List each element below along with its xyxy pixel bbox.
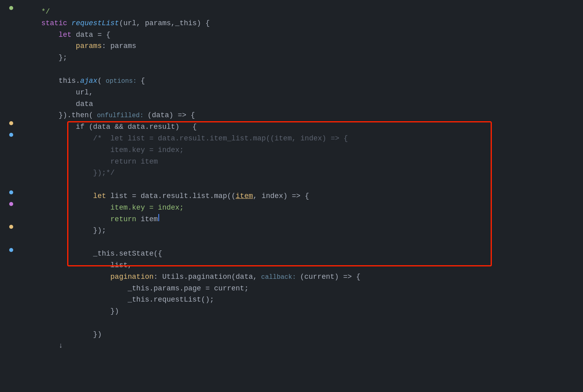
code-token: onfulfilled: bbox=[93, 111, 148, 121]
code-line: return item bbox=[0, 156, 583, 168]
gutter-indicator bbox=[0, 190, 22, 194]
breakpoint-dot bbox=[9, 248, 13, 252]
code-token-item: item bbox=[236, 190, 253, 202]
code-token: url, bbox=[24, 87, 93, 98]
code-line: }); bbox=[0, 225, 583, 236]
code-token: /* let list = data.result.item_list.map(… bbox=[24, 133, 348, 144]
code-line: item.key = index; bbox=[0, 144, 583, 156]
code-token: setState({ bbox=[119, 248, 162, 260]
gutter-indicator bbox=[0, 225, 22, 229]
gutter-indicator bbox=[0, 248, 22, 252]
code-token: let bbox=[24, 190, 106, 202]
code-line: params: params bbox=[0, 40, 583, 52]
code-line: data bbox=[0, 98, 583, 110]
code-token: (data) => { bbox=[148, 110, 195, 121]
code-editor: */ static requestList(url, params,_this)… bbox=[0, 0, 583, 392]
code-token: item bbox=[136, 214, 158, 225]
code-line: }; bbox=[0, 52, 583, 64]
code-token: . bbox=[115, 248, 119, 260]
gutter-indicator bbox=[0, 202, 22, 206]
code-token: data bbox=[24, 98, 93, 110]
code-line: }) bbox=[0, 329, 583, 340]
code-token: callback: bbox=[257, 272, 300, 283]
code-line: url, bbox=[0, 87, 583, 98]
code-token: }).then( bbox=[24, 110, 93, 121]
code-token: item.key = index; bbox=[24, 202, 184, 214]
code-token: requestList bbox=[72, 18, 119, 29]
code-line: list, bbox=[0, 260, 583, 271]
code-line: pagination: Utils.pagination(data, callb… bbox=[0, 271, 583, 283]
code-line: item.key = index; bbox=[0, 202, 583, 214]
code-token: if (data && data.result) bbox=[24, 121, 180, 133]
breakpoint-dot bbox=[9, 202, 13, 206]
gutter-indicator bbox=[0, 6, 22, 10]
code-line: ↓ bbox=[0, 340, 583, 352]
code-line bbox=[0, 317, 583, 329]
code-token: data = { bbox=[72, 29, 110, 41]
breakpoint-dot bbox=[9, 225, 13, 229]
code-line: _this.params.page = current; bbox=[0, 283, 583, 294]
code-line: let data = { bbox=[0, 29, 583, 41]
code-token: return bbox=[24, 214, 136, 225]
code-line: this.ajax( options: { bbox=[0, 75, 583, 87]
code-token: _this.requestList(); bbox=[24, 294, 214, 306]
code-token: _this.params.page = current; bbox=[24, 283, 249, 294]
code-token: });*/ bbox=[24, 167, 115, 179]
cursor bbox=[158, 214, 159, 221]
breakpoint-dot bbox=[9, 133, 13, 137]
code-token: { bbox=[141, 75, 145, 87]
code-token: item.key = index; bbox=[24, 144, 184, 156]
code-token: list = data.result.list.map(( bbox=[106, 190, 236, 202]
code-line: /* let list = data.result.item_list.map(… bbox=[0, 133, 583, 144]
code-token: (current) => { bbox=[300, 271, 360, 283]
code-token: ajax bbox=[80, 75, 97, 87]
code-line: static requestList(url, params,_this) { bbox=[0, 18, 583, 29]
breakpoint-dot bbox=[9, 121, 13, 125]
code-token: }); bbox=[24, 225, 106, 236]
code-token: params bbox=[24, 40, 102, 52]
code-line bbox=[0, 179, 583, 190]
code-token: return item bbox=[24, 156, 158, 168]
code-token: list, bbox=[24, 260, 132, 271]
code-line: let list = data.result.list.map((item, i… bbox=[0, 190, 583, 202]
code-token: : Utils.pagination(data, bbox=[154, 271, 257, 283]
code-token: , index) => { bbox=[253, 190, 309, 202]
gutter-indicator bbox=[0, 121, 22, 125]
code-line: */ bbox=[0, 6, 583, 18]
code-token: _this bbox=[24, 248, 115, 260]
code-token: ( bbox=[98, 75, 102, 87]
code-token: options: bbox=[102, 76, 140, 87]
code-line: }).then( onfulfilled: (data) => { bbox=[0, 110, 583, 121]
breakpoint-dot bbox=[9, 6, 13, 10]
code-token: (url, params,_this) { bbox=[119, 18, 210, 29]
code-token: let bbox=[24, 29, 72, 41]
code-line: }) bbox=[0, 306, 583, 317]
code-token: static bbox=[24, 18, 72, 29]
code-line: if (data && data.result) { bbox=[0, 121, 583, 133]
code-token: : params bbox=[102, 40, 136, 52]
code-token: this. bbox=[24, 75, 80, 87]
code-token: }) bbox=[24, 329, 102, 340]
code-line: });*/ bbox=[0, 167, 583, 179]
code-line: _this.requestList(); bbox=[0, 294, 583, 306]
code-token: }) bbox=[24, 306, 119, 317]
gutter-indicator bbox=[0, 133, 22, 137]
code-line bbox=[0, 64, 583, 75]
breakpoint-dot bbox=[9, 190, 13, 194]
code-token: { bbox=[180, 121, 197, 133]
code-line: _this.setState({ bbox=[0, 248, 583, 260]
code-token: pagination bbox=[24, 271, 154, 283]
code-line: return item bbox=[0, 214, 583, 225]
code-token: }; bbox=[24, 52, 67, 64]
code-token: */ bbox=[24, 6, 50, 18]
code-token: ↓ bbox=[24, 340, 63, 352]
code-line bbox=[0, 236, 583, 248]
